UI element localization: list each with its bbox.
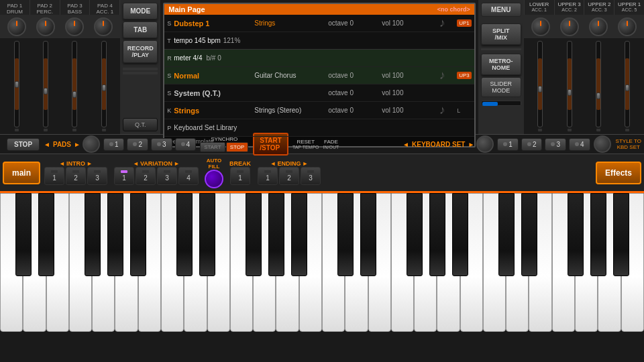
pad-label-4: PAD 4 ACC. 1 — [90, 0, 120, 15]
right-knob-3[interactable] — [589, 17, 608, 36]
screen-row-meter[interactable]: R meter 4/4 b/# 0 — [164, 50, 474, 67]
black-key-3[interactable] — [85, 193, 101, 276]
pad-num-4[interactable]: 4 — [175, 138, 197, 151]
right-fader-2[interactable] — [555, 41, 583, 131]
record-play-button[interactable]: RECORD /PLAY — [123, 40, 158, 63]
ending-btn-3[interactable]: 3 — [301, 167, 321, 185]
screen-row-tempo[interactable]: T tempo 145 bpm 121% — [164, 32, 474, 50]
screen-row-1[interactable]: S Dubstep 1 Strings octave 0 vol 100 ♪ U… — [164, 15, 474, 32]
pad-knob-3[interactable] — [65, 17, 84, 36]
kbd-num-1[interactable]: 1 — [497, 138, 519, 151]
pad-knob-1[interactable] — [7, 17, 26, 36]
intro-btn-2[interactable]: 2 — [66, 167, 86, 185]
fade-group: FADE IN/OUT — [323, 139, 339, 149]
black-key-2[interactable] — [38, 193, 54, 276]
variation-btn-1[interactable]: 1 — [114, 167, 134, 185]
screen-row-library[interactable]: P Keyboard Set Library — [164, 119, 474, 137]
variation-label: ◄VARIATION► — [133, 160, 180, 167]
kbd-num-4[interactable]: 4 — [569, 138, 590, 151]
intro-btn-3[interactable]: 3 — [87, 167, 107, 185]
variation-btn-4[interactable]: 4 — [178, 167, 199, 185]
black-key-6[interactable] — [176, 193, 193, 276]
right-knob-1[interactable] — [531, 17, 550, 36]
black-key-1[interactable] — [15, 193, 32, 276]
black-key-5[interactable] — [130, 193, 146, 276]
break-label: BREAK — [229, 160, 251, 167]
left-fader-3[interactable] — [61, 41, 89, 131]
pad-btn-left[interactable] — [83, 135, 100, 153]
right-fader-3[interactable] — [584, 41, 612, 131]
black-key-18[interactable] — [568, 193, 584, 276]
tab-button[interactable]: TAB — [123, 21, 158, 38]
keyboard-set-label: KEYBOARD SET — [409, 141, 468, 148]
kbd-btn-right[interactable] — [594, 135, 611, 153]
break-btn-1[interactable]: 1 — [230, 167, 250, 185]
left-fader-2[interactable] — [32, 41, 59, 131]
reset-group: RESET TAP TEMPO — [292, 139, 319, 149]
auto-fill-button[interactable] — [205, 170, 223, 188]
screen-row-normal[interactable]: S Normal Guitar Chorus octave 0 vol 100 … — [164, 67, 474, 84]
menu-label: MENU — [481, 3, 521, 17]
pad-label-2: PAD 2 PERC. — [30, 0, 60, 15]
pad-label-3: PAD 3 BASS — [60, 0, 91, 15]
effects-button[interactable]: Effects — [596, 162, 641, 184]
left-fader-4[interactable] — [90, 41, 117, 131]
right-fader-4[interactable] — [614, 41, 641, 131]
screen-row-system[interactable]: S System (Q.T.) octave 0 vol 100 — [164, 84, 474, 102]
upper-label-3: UPPER 3ACC. 2 — [554, 0, 584, 15]
style-to-kbd-label: STYLE TO — [616, 138, 641, 144]
screen-title: Main Page — [168, 5, 205, 13]
kbd-num-3[interactable]: 3 — [545, 138, 566, 151]
black-key-7[interactable] — [199, 193, 215, 276]
keyboard — [0, 191, 644, 332]
right-knob-2[interactable] — [560, 17, 579, 36]
auto-fill-group: AUTO FILL — [205, 158, 223, 188]
intro-btn-1[interactable]: 1 — [44, 167, 64, 185]
black-key-10[interactable] — [291, 193, 307, 276]
kbd-btn-left[interactable] — [476, 135, 494, 153]
split-mix-button[interactable]: SPLIT /MIX — [481, 23, 521, 45]
screen-row-strings[interactable]: K Strings Strings (Stereo) octave 0 vol … — [164, 102, 474, 119]
right-fader-1[interactable] — [527, 41, 554, 131]
black-key-11[interactable] — [337, 193, 354, 276]
black-key-12[interactable] — [360, 193, 376, 276]
ending-label: ◄ENDING► — [270, 160, 309, 167]
black-key-9[interactable] — [268, 193, 284, 276]
variation-btn-3[interactable]: 3 — [157, 167, 177, 185]
black-key-19[interactable] — [590, 193, 606, 276]
slider-mode-button[interactable]: SLIDER MODE — [481, 77, 521, 97]
kbd-num-2[interactable]: 2 — [521, 138, 543, 151]
black-key-15[interactable] — [452, 193, 468, 276]
pad-knob-4[interactable] — [94, 17, 113, 36]
synchro-stop-button[interactable]: STOP — [226, 142, 249, 152]
black-key-4[interactable] — [107, 193, 123, 276]
upper-label-2: UPPER 2ACC. 3 — [584, 0, 614, 15]
ending-btn-2[interactable]: 2 — [279, 167, 299, 185]
pad-knob-2[interactable] — [36, 17, 55, 36]
synchro-group: SYNCHRO START STOP — [200, 136, 248, 152]
mode-button[interactable]: MODE — [123, 3, 158, 19]
upper-label-lower: LOWERACC. 1 — [524, 0, 554, 15]
main-button[interactable]: main — [3, 162, 40, 184]
pad-num-1[interactable]: 1 — [103, 138, 125, 151]
metronome-button[interactable]: METRO- NOME — [481, 54, 521, 75]
intro-label: ◄INTRO► — [59, 160, 93, 167]
no-chord-indicator: <no chord> — [437, 6, 470, 13]
black-key-17[interactable] — [521, 193, 537, 276]
qt-button[interactable]: Q.T. — [123, 118, 158, 131]
ending-btn-1[interactable]: 1 — [258, 167, 278, 185]
pad-num-2[interactable]: 2 — [127, 138, 148, 151]
black-key-8[interactable] — [246, 193, 262, 276]
pad-num-3[interactable]: 3 — [151, 138, 172, 151]
black-key-14[interactable] — [429, 193, 445, 276]
black-key-16[interactable] — [498, 193, 515, 276]
pads-section-label: PADS — [50, 141, 74, 148]
right-knob-4[interactable] — [618, 17, 637, 36]
black-key-13[interactable] — [407, 193, 423, 276]
black-key-20[interactable] — [613, 193, 629, 276]
pad-label-1: PAD 1 DRUM — [0, 0, 30, 15]
left-fader-1[interactable] — [3, 41, 30, 131]
stop-button[interactable]: STOP — [7, 138, 40, 151]
variation-btn-2[interactable]: 2 — [136, 167, 156, 185]
synchro-start-button[interactable]: START — [200, 142, 225, 152]
